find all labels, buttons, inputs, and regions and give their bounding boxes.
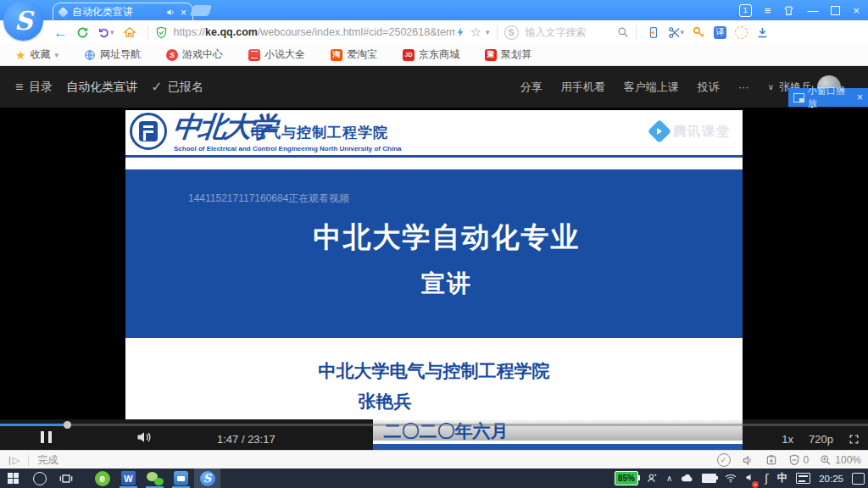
ime-language-indicator[interactable]: 中 — [777, 471, 788, 485]
quick-access-lightning-icon[interactable] — [455, 26, 466, 38]
bookmark-caret-icon[interactable]: ▾ — [486, 28, 490, 36]
send-to-mobile-button[interactable] — [643, 22, 664, 42]
taskbar-app-green-e[interactable]: e — [89, 469, 115, 488]
volume-icon[interactable] — [136, 429, 153, 446]
window-controls: 1 ≡ — × — [739, 0, 860, 20]
course-title: 自动化类宣讲 — [66, 80, 137, 95]
task-view-button[interactable] — [53, 469, 79, 488]
address-bar[interactable]: https://ke.qq.com/webcourse/index.html#c… — [174, 26, 455, 38]
close-window-button[interactable]: × — [853, 5, 860, 16]
blocked-count: 0 — [804, 454, 810, 466]
tray-expand-icon[interactable]: ∧ — [666, 474, 672, 483]
bookmark-page-button[interactable]: ☆ — [466, 22, 486, 42]
taskbar-app-sogou-browser[interactable]: S — [194, 469, 220, 488]
password-manager-button[interactable] — [688, 22, 709, 42]
undo-caret-icon[interactable]: ▾ — [110, 28, 114, 36]
mini-player-close-icon[interactable]: × — [857, 92, 863, 103]
mini-window-icon — [793, 93, 804, 103]
undo-button[interactable]: ▾ — [93, 22, 119, 42]
watch-on-phone-button[interactable]: 用手机看 — [561, 80, 605, 95]
tab-close-icon[interactable]: × — [181, 7, 186, 19]
bookmark-juhuasuan[interactable]: 聚 聚划算 — [485, 47, 531, 62]
ad-blocker-button[interactable]: 0 — [788, 454, 810, 466]
cortana-button[interactable] — [26, 469, 53, 488]
onedrive-cloud-icon[interactable] — [681, 474, 693, 483]
taobao-icon: 淘 — [331, 49, 342, 61]
undo-icon — [97, 26, 110, 39]
volume-muted-tray[interactable]: × — [745, 471, 756, 486]
browser-menu-icon[interactable]: ≡ — [765, 5, 771, 16]
catalog-button[interactable]: ≡ 目录 — [15, 80, 53, 95]
report-button[interactable]: 投诉 — [698, 80, 720, 95]
people-icon[interactable] — [647, 473, 658, 484]
battery-saver-badge[interactable]: 85% — [615, 471, 638, 485]
browser-tab[interactable]: 自动化类宣讲 × — [53, 3, 193, 21]
taskbar-app-blue[interactable] — [168, 469, 194, 488]
zoom-magnifier-icon — [820, 454, 832, 466]
tab-list-button[interactable]: 1 — [739, 4, 752, 17]
taskbar-app-word[interactable]: W — [115, 469, 142, 488]
skin-icon[interactable] — [783, 5, 794, 16]
extensions-icon — [735, 26, 748, 39]
ime-hook-icon[interactable]: ʃ — [765, 472, 768, 485]
home-button[interactable] — [119, 22, 141, 42]
search-input[interactable] — [524, 25, 612, 39]
notification-center-icon[interactable] — [852, 473, 865, 485]
wifi-icon[interactable] — [725, 474, 737, 483]
screenshot-caret-icon[interactable]: ▾ — [681, 28, 685, 36]
tab-favicon-icon — [58, 7, 69, 18]
bookmark-game-center[interactable]: S 游戏中心 — [166, 47, 223, 62]
bookmark-site-nav[interactable]: 网址导航 — [84, 47, 141, 62]
video-progress-bar[interactable] — [0, 424, 868, 426]
sogou-search-icon: S — [504, 25, 519, 40]
downloads-button[interactable] — [752, 22, 773, 42]
speed-button[interactable]: 1x — [782, 433, 793, 446]
translate-button[interactable]: 译 — [709, 22, 731, 42]
search-magnifier-icon[interactable] — [617, 26, 629, 38]
browser-toolbar: ← ▾ https://ke.qq.com/webcourse/index.ht… — [0, 20, 868, 44]
back-button[interactable]: ← — [49, 22, 72, 42]
refresh-button[interactable] — [72, 22, 93, 42]
favorites-menu[interactable]: ★ 收藏 ▾ — [15, 47, 58, 62]
battery-icon[interactable] — [702, 474, 716, 483]
video-player[interactable]: 中北大学 电气与控制工程学院 School of Electrical and … — [0, 108, 868, 450]
save-page-icon[interactable] — [765, 454, 777, 466]
video-progress-knob[interactable] — [64, 421, 71, 429]
client-class-button[interactable]: 客户端上课 — [624, 80, 679, 95]
favorites-star-icon: ★ — [15, 49, 26, 61]
department-name: 电气与控制工程学院 — [251, 123, 388, 142]
tab-audio-icon[interactable] — [166, 8, 175, 17]
security-check-icon[interactable]: ✓ — [717, 453, 731, 467]
bookmark-taobao[interactable]: 淘 爱淘宝 — [331, 47, 377, 62]
touch-keyboard-icon[interactable] — [796, 473, 810, 484]
quality-button[interactable]: 720p — [809, 433, 833, 446]
slide-title-band: 144115217117160684正在观看视频 中北大学自动化专业 宣讲 — [125, 169, 743, 338]
screenshot-button[interactable]: ▾ — [664, 22, 689, 42]
taskbar-app-wechat[interactable] — [142, 469, 168, 488]
more-actions-button[interactable]: ··· — [738, 80, 749, 93]
extensions-button[interactable] — [731, 22, 752, 42]
share-button[interactable]: 分享 — [520, 80, 542, 95]
sogou-browser-logo[interactable]: S — [3, 1, 43, 41]
download-icon — [756, 26, 769, 39]
windows-taskbar: e W S 85% ∧ × ʃ 中 20:25 — [0, 469, 868, 488]
sidebar-expand-button[interactable]: |▷ — [8, 455, 19, 466]
slide-university-header: 中北大学 电气与控制工程学院 School of Electrical and … — [125, 110, 743, 158]
department-name-en: School of Electrical and Control Enginee… — [174, 145, 401, 152]
minimize-button[interactable]: — — [807, 5, 818, 16]
bookmark-novels[interactable]: 小说大全 — [248, 47, 305, 62]
page-sound-icon[interactable] — [742, 454, 754, 467]
pause-button[interactable] — [41, 431, 52, 443]
zoom-level: 100% — [835, 454, 861, 466]
start-button[interactable] — [0, 469, 26, 488]
restore-button[interactable] — [831, 6, 840, 15]
fullscreen-icon[interactable] — [849, 434, 860, 445]
clock[interactable]: 20:25 — [819, 474, 843, 484]
ssl-shield-icon[interactable] — [155, 26, 168, 39]
mini-player-button[interactable]: 小窗口播放 × — [788, 88, 868, 107]
zoom-control[interactable]: 100% — [820, 454, 861, 466]
new-tab-button[interactable] — [190, 5, 212, 16]
sogou-taskbar-icon: S — [200, 471, 215, 486]
bookmark-jd[interactable]: JD 京东商城 — [403, 47, 459, 62]
playback-time: 1:47 / 23:17 — [217, 433, 275, 446]
